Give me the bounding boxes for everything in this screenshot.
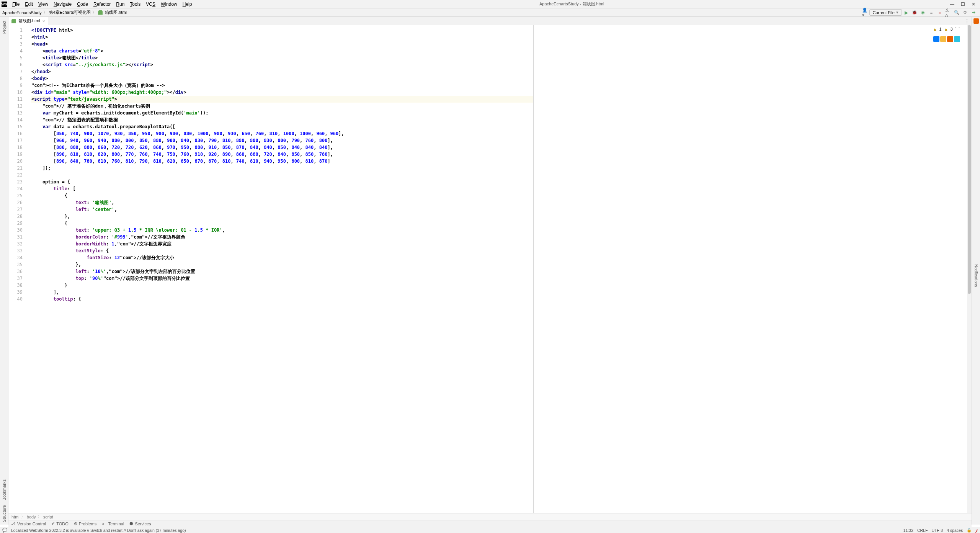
scrollbar[interactable]	[967, 25, 972, 513]
structure-tool-tab[interactable]: Structure	[1, 503, 7, 525]
menu-code[interactable]: Code	[75, 1, 90, 8]
inspections-widget[interactable]: ▲1 ▲3 ˆˇ	[933, 27, 960, 31]
menu-view[interactable]: View	[36, 1, 51, 8]
chrome-icon[interactable]	[940, 36, 946, 42]
status-message[interactable]: Localized WebStorm 2022.3.2 is available…	[11, 528, 186, 533]
ide-actions-icon[interactable]: ➔	[970, 10, 977, 16]
menu-window[interactable]: Window	[158, 1, 180, 8]
menu-navigate[interactable]: Navigate	[51, 1, 74, 8]
stop-icon[interactable]: ■	[937, 10, 943, 16]
navbar: ApacheEchartsStudy〉第4章Echarts可视化图〉箱线图.ht…	[0, 8, 980, 17]
event-log-icon[interactable]: 💬	[2, 528, 7, 533]
notifications-icon[interactable]	[973, 18, 979, 24]
breadcrumbs[interactable]: html〉body〉script	[8, 513, 972, 520]
readonly-icon[interactable]: 🔒	[967, 528, 972, 533]
gutter[interactable]: 1234567891011121314151617181920212223242…	[8, 25, 25, 513]
breadcrumb-item[interactable]: html	[11, 515, 20, 519]
right-tool-strip: Notifications	[972, 17, 980, 525]
fold-strip[interactable]	[25, 25, 30, 513]
user-icon[interactable]: 👤▾	[862, 10, 868, 16]
editor-tab-label: 箱线图.html	[18, 18, 40, 24]
menu-run[interactable]: Run	[114, 1, 127, 8]
browser-preview-icons[interactable]	[933, 36, 960, 42]
tool-terminal[interactable]: >_Terminal	[102, 522, 124, 526]
edge-icon[interactable]	[954, 36, 960, 42]
breadcrumb-item[interactable]: body	[27, 515, 36, 519]
editor-body: 1234567891011121314151617181920212223242…	[8, 25, 972, 513]
tool-services[interactable]: ⬢Services	[129, 521, 151, 526]
close-icon[interactable]: ✕	[971, 2, 976, 7]
crumb[interactable]: 箱线图.html	[105, 10, 127, 15]
path-crumbs[interactable]: ApacheEchartsStudy〉第4章Echarts可视化图〉箱线图.ht…	[2, 10, 127, 15]
firefox-icon[interactable]	[947, 36, 953, 42]
minimize-icon[interactable]: —	[949, 2, 955, 7]
editor-tab[interactable]: 箱线图.html ×	[8, 17, 48, 25]
bookmarks-tool-tab[interactable]: Bookmarks	[1, 477, 7, 503]
crumb[interactable]: 第4章Echarts可视化图	[49, 10, 91, 15]
maximize-icon[interactable]: ☐	[960, 2, 965, 7]
crumb[interactable]: ApacheEchartsStudy	[2, 10, 42, 15]
app-icon: WS	[2, 2, 7, 7]
coverage-icon[interactable]: ◉	[920, 10, 926, 16]
window-controls[interactable]: — ☐ ✕	[949, 2, 976, 7]
editor-tabs: 箱线图.html × ⋮	[8, 17, 972, 25]
encoding[interactable]: UTF-8	[931, 528, 943, 533]
tool-todo[interactable]: ✔TODO	[51, 521, 69, 526]
menu-refactor[interactable]: Refactor	[91, 1, 113, 8]
translate-icon[interactable]: 文A	[945, 10, 951, 16]
notifications-tool-tab[interactable]: Notifications	[974, 264, 978, 287]
window-title: ApacheEchartsStudy - 箱线图.html	[194, 1, 949, 7]
close-tab-icon[interactable]: ×	[42, 19, 45, 23]
menu-file[interactable]: File	[10, 1, 22, 8]
debug-icon[interactable]: 🐞	[911, 10, 918, 16]
breadcrumb-item[interactable]: script	[43, 515, 53, 519]
tool-version-control[interactable]: ⎇Version Control	[11, 521, 46, 526]
tabs-more-icon[interactable]: ⋮	[962, 17, 972, 25]
project-tool-tab[interactable]: Project	[1, 18, 7, 36]
left-tool-strip: Project Bookmarks Structure	[0, 17, 8, 525]
scrollbar-thumb[interactable]	[968, 25, 971, 294]
search-icon[interactable]: 🔍	[954, 10, 960, 16]
titlebar: WS FileEditViewNavigateCodeRefactorRunTo…	[0, 0, 980, 8]
bottom-tool-tabs: ⎇Version Control✔TODO⊘Problems>_Terminal…	[8, 520, 972, 527]
run-config-selector[interactable]: Current File▾	[869, 9, 902, 16]
settings-icon[interactable]: ⚙	[962, 10, 968, 16]
file-icon	[11, 19, 16, 23]
menu-vcs[interactable]: VCS	[144, 1, 158, 8]
menu-edit[interactable]: Edit	[23, 1, 35, 8]
editor-shell: 箱线图.html × ⋮ 123456789101112131415161718…	[8, 17, 972, 520]
tool-problems[interactable]: ⊘Problems	[74, 521, 96, 526]
indent[interactable]: 4 spaces	[947, 528, 963, 533]
menu-help[interactable]: Help	[180, 1, 194, 8]
statusbar: 💬 Localized WebStorm 2022.3.2 is availab…	[0, 527, 980, 533]
run-icon[interactable]: ▶	[903, 10, 909, 16]
plugin-y-icon[interactable]: y	[975, 528, 978, 533]
code-area[interactable]: <!DOCTYPE html><html><head> <meta charse…	[30, 25, 533, 513]
line-ending[interactable]: CRLF	[917, 528, 928, 533]
webstorm-preview-icon[interactable]	[933, 36, 939, 42]
menubar[interactable]: FileEditViewNavigateCodeRefactorRunTools…	[10, 1, 194, 8]
profile-icon[interactable]: ≡	[928, 10, 934, 16]
menu-tools[interactable]: Tools	[127, 1, 143, 8]
caret-position[interactable]: 11:32	[903, 528, 913, 533]
